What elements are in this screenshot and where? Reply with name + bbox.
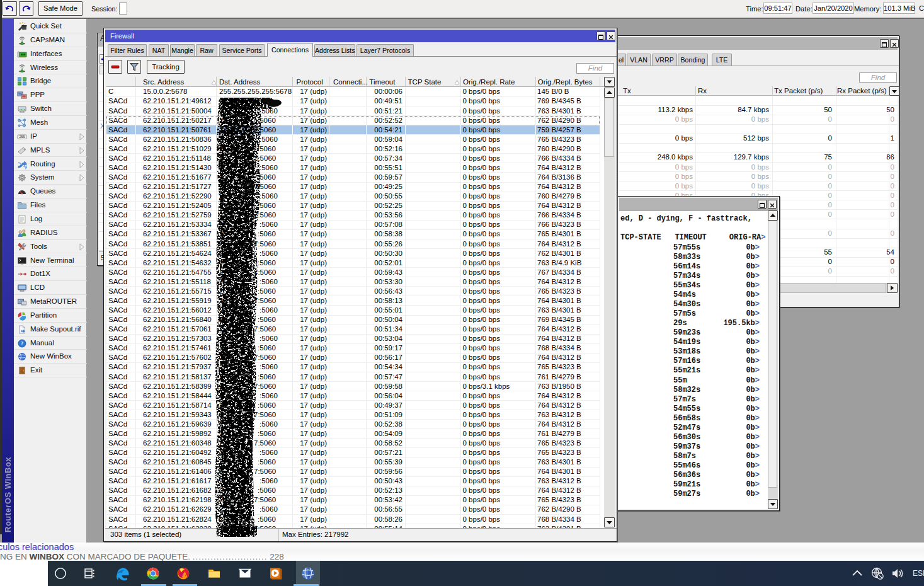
svg-text:?: ? <box>21 340 24 347</box>
svg-text:255: 255 <box>20 135 25 139</box>
